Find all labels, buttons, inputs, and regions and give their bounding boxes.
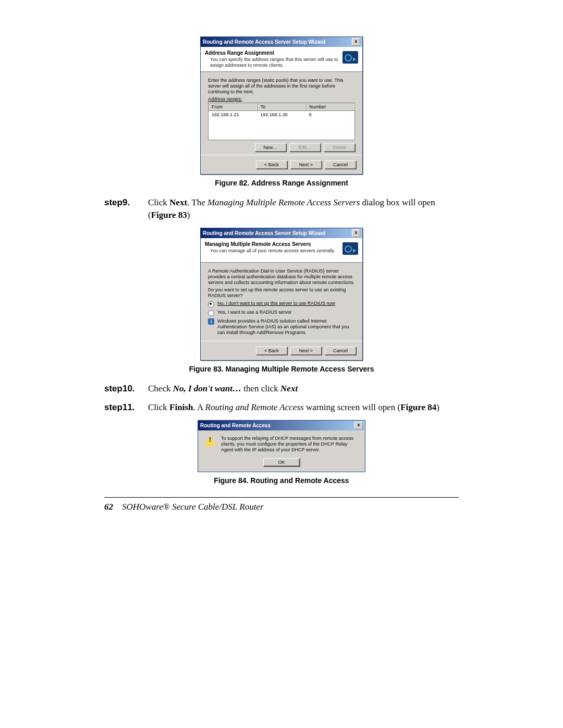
banner-heading: Managing Multiple Remote Access Servers — [205, 241, 339, 247]
t: Click — [148, 402, 169, 412]
listbox-buttons: New… Edit… Delete — [208, 143, 355, 152]
dialog-midarea: Enter the address ranges (static pools) … — [201, 72, 362, 155]
t: then click — [241, 384, 280, 393]
col-to[interactable]: To — [257, 103, 306, 110]
close-icon[interactable]: x — [352, 229, 360, 237]
t: warning screen will open ( — [304, 402, 401, 412]
radio-icon — [208, 301, 214, 307]
step-label: step11. — [104, 401, 141, 414]
next-button[interactable]: Next > — [290, 161, 322, 169]
warning-icon — [204, 436, 216, 446]
radius-question: Do you want to set up this remote access… — [208, 287, 355, 299]
close-icon[interactable]: x — [354, 422, 363, 429]
instruction-text: Enter the address ranges (static pools) … — [208, 78, 355, 95]
step-text: Click Finish. A Routing and Remote Acces… — [148, 401, 459, 414]
figure-84-caption: Figure 84. Routing and Remote Access — [104, 476, 459, 485]
figure-82-caption: Figure 82. Address Range Assignment — [104, 179, 459, 187]
ok-button[interactable]: OK — [263, 458, 300, 466]
cancel-button[interactable]: Cancel — [325, 161, 356, 169]
col-number[interactable]: Number — [305, 103, 354, 110]
t: Next — [280, 384, 298, 393]
info-icon: i — [208, 318, 214, 325]
ranges-label: Address ranges: — [208, 96, 355, 102]
wizard-icon — [342, 51, 358, 64]
t: . A — [193, 402, 205, 412]
t: ) — [187, 210, 190, 220]
dialog-title: Routing and Remote Access Server Setup W… — [203, 39, 325, 45]
cell-from: 192.168.1.21 — [209, 111, 257, 118]
edit-button[interactable]: Edit… — [289, 143, 321, 152]
t: Finish — [169, 402, 193, 412]
radius-description: A Remote Authentication Dial-In User Ser… — [208, 268, 355, 286]
step-10: step10. Check No, I don't want… then cli… — [104, 382, 459, 395]
listbox-header: From To Number — [209, 103, 354, 111]
banner-subtext: You can manage all of your remote access… — [205, 248, 339, 254]
t: Check — [148, 384, 173, 393]
footer-reg: ® — [163, 502, 170, 512]
radio-no-label: No, I don't want to set up this server t… — [217, 301, 335, 306]
banner-text: Address Range Assignment You can specify… — [205, 50, 342, 68]
t: Click — [148, 198, 169, 207]
t: Routing and Remote Access — [205, 402, 304, 412]
t: Figure 83 — [151, 210, 187, 220]
cancel-button[interactable]: Cancel — [325, 347, 356, 355]
dialog-banner: Managing Multiple Remote Access Servers … — [201, 238, 362, 263]
radio-yes-label: Yes, I want to use a RADIUS server — [217, 310, 291, 315]
step-label: step10. — [104, 382, 141, 395]
msgbox-buttons: OK — [198, 456, 365, 472]
dialog-nav: < Back Next > Cancel — [201, 155, 362, 174]
t: No, I don't want… — [173, 384, 241, 393]
t: Next — [169, 198, 187, 207]
step-11: step11. Click Finish. A Routing and Remo… — [104, 401, 459, 414]
banner-text: Managing Multiple Remote Access Servers … — [205, 241, 342, 254]
dialog-banner: Address Range Assignment You can specify… — [201, 47, 362, 72]
msgbox-body: To support the relaying of DHCP messages… — [198, 430, 365, 456]
back-button[interactable]: < Back — [256, 161, 287, 169]
new-button[interactable]: New… — [255, 143, 286, 152]
step-9: step9. Click Next. The Managing Multiple… — [104, 196, 459, 221]
msgbox-text: To support the relaying of DHCP messages… — [221, 436, 359, 453]
address-ranges-listbox[interactable]: From To Number 192.168.1.21 192.168.1.26… — [208, 103, 355, 140]
step-text: Click Next. The Managing Multiple Remote… — [148, 196, 459, 221]
col-from[interactable]: From — [209, 103, 257, 110]
dialog-manage-radius: Routing and Remote Access Server Setup W… — [200, 228, 363, 361]
step-text: Check No, I don't want… then click Next — [148, 382, 459, 395]
listbox-row[interactable]: 192.168.1.21 192.168.1.26 6 — [209, 111, 354, 118]
delete-button[interactable]: Delete — [324, 143, 355, 152]
msgbox-title: Routing and Remote Access — [200, 423, 271, 428]
wizard-icon — [342, 242, 358, 255]
dialog-body: Managing Multiple Remote Access Servers … — [201, 238, 362, 360]
radio-yes[interactable]: Yes, I want to use a RADIUS server — [208, 310, 355, 316]
cell-number: 6 — [306, 111, 354, 118]
cell-to: 192.168.1.26 — [257, 111, 305, 118]
banner-heading: Address Range Assignment — [205, 50, 339, 56]
document-page: Routing and Remote Access Server Setup W… — [0, 0, 563, 728]
banner-subtext: You can specify the address ranges that … — [205, 57, 339, 68]
footer-brand: SOHOware — [122, 502, 163, 512]
dialog-title: Routing and Remote Access Server Setup W… — [203, 230, 325, 236]
page-footer: 62 SOHOware® Secure Cable/DSL Router — [104, 497, 459, 512]
dialog-midarea: A Remote Authentication Dial-In User Ser… — [201, 263, 362, 341]
back-button[interactable]: < Back — [256, 347, 287, 355]
dialog-titlebar: Routing and Remote Access Server Setup W… — [201, 37, 362, 47]
dialog-body: Address Range Assignment You can specify… — [201, 47, 362, 174]
t: . The — [187, 198, 207, 207]
footer-text: Secure Cable/DSL Router — [170, 502, 264, 512]
msgbox-titlebar: Routing and Remote Access x — [198, 421, 365, 430]
step-label: step9. — [104, 196, 141, 209]
page-number: 62 — [104, 502, 113, 512]
t: ) — [436, 402, 439, 412]
t: Managing Multiple Remote Access Servers — [207, 198, 360, 207]
msgbox-routing-warning: Routing and Remote Access x To support t… — [198, 420, 365, 472]
dialog-address-range: Routing and Remote Access Server Setup W… — [200, 36, 363, 175]
t: Figure 84 — [400, 402, 436, 412]
radio-no[interactable]: No, I don't want to set up this server t… — [208, 301, 355, 307]
next-button[interactable]: Next > — [290, 347, 322, 355]
info-note: i Windows provides a RADIUS solution cal… — [208, 318, 355, 336]
figure-83-caption: Figure 83. Managing Multiple Remote Acce… — [104, 365, 459, 373]
dialog-nav: < Back Next > Cancel — [201, 341, 362, 360]
info-text: Windows provides a RADIUS solution calle… — [217, 318, 355, 336]
dialog-titlebar: Routing and Remote Access Server Setup W… — [201, 228, 362, 238]
radio-icon — [208, 310, 214, 316]
close-icon[interactable]: x — [352, 38, 360, 46]
